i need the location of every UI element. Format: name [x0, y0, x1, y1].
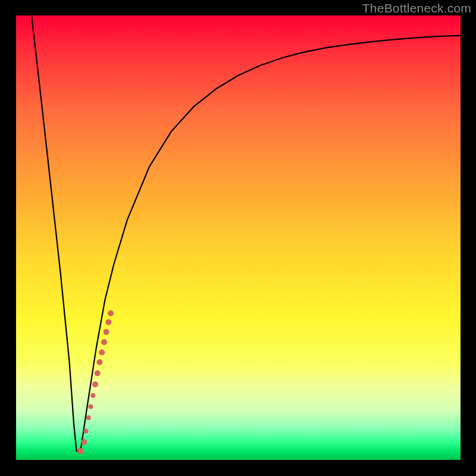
marker-dot: [92, 381, 98, 387]
marker-dot: [105, 319, 111, 325]
marker-dot: [108, 311, 114, 317]
marker-dot: [95, 370, 101, 376]
marker-dot: [99, 349, 105, 355]
plot-area: [16, 15, 461, 460]
marker-dot: [90, 393, 95, 398]
chart-frame: TheBottleneck.com: [0, 0, 476, 476]
marker-dot: [86, 415, 91, 420]
marker-dot: [83, 428, 88, 433]
marker-dot: [96, 359, 102, 365]
marker-dot: [89, 404, 93, 409]
marker-dot: [104, 329, 109, 335]
watermark-text: TheBottleneck.com: [362, 1, 471, 15]
marker-dot: [81, 439, 87, 445]
chart-svg: [16, 15, 461, 460]
marker-dot: [77, 448, 83, 454]
marker-dot: [101, 339, 107, 345]
